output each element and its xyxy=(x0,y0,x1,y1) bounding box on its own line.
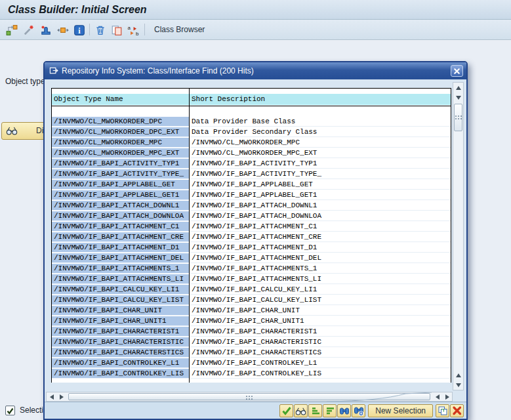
vertical-scrollbar-thumb[interactable] xyxy=(454,104,462,131)
short-description-cell[interactable]: /INVMWO/IF_BAPI_CONTROLKEY_L1 xyxy=(190,358,451,368)
selection-checkbox[interactable] xyxy=(5,406,15,415)
table-row[interactable]: /INVMWO/IF_BAPI_ATTACHMENT_DEL/INVMWO/IF… xyxy=(52,253,451,264)
find-icon[interactable] xyxy=(337,404,351,417)
object-type-cell[interactable]: /INVMWO/IF_BAPI_CHAR_UNIT xyxy=(52,306,189,316)
short-description-cell[interactable]: /INVMWO/IF_BAPI_ATTACHMENTS_LI xyxy=(190,274,451,284)
table-row[interactable]: /INVMWO/CL_MWORKORDER_DPCData Provider B… xyxy=(52,117,451,127)
short-description-cell[interactable]: /INVMWO/CL_MWORKORDER_MPC xyxy=(190,138,451,148)
scroll-down-icon[interactable] xyxy=(454,381,462,389)
table-row[interactable]: /INVMWO/CL_MWORKORDER_MPC_EXT/INVMWO/CL_… xyxy=(52,148,451,159)
table-row[interactable]: /INVMWO/IF_BAPI_ATTACHMENT_CRE/INVMWO/IF… xyxy=(52,232,451,243)
short-description-cell[interactable]: /INVMWO/IF_BAPI_CHARACTERSTICS xyxy=(190,348,451,358)
object-type-cell[interactable]: /INVMWO/IF_BAPI_CALCU_KEY_LI1 xyxy=(52,285,189,295)
delete-icon[interactable] xyxy=(93,23,107,37)
object-type-cell[interactable]: /INVMWO/CL_MWORKORDER_DPC_EXT xyxy=(52,127,189,137)
object-type-cell[interactable]: /INVMWO/CL_MWORKORDER_MPC_EXT xyxy=(52,148,189,158)
object-type-cell[interactable]: /INVMWO/IF_BAPI_ATTACHMENTS_LI xyxy=(52,274,189,284)
object-type-cell[interactable]: /INVMWO/IF_BAPI_CHARACTERSTICS xyxy=(52,348,189,358)
short-description-cell[interactable]: /INVMWO/IF_BAPI_ACTIVITY_TYPE_ xyxy=(190,169,451,179)
object-type-cell[interactable]: /INVMWO/CL_MWORKORDER_DPC xyxy=(52,117,189,127)
where-used-icon[interactable] xyxy=(56,23,70,37)
scroll-up-icon[interactable] xyxy=(454,83,462,92)
hierarchy-icon[interactable] xyxy=(5,23,18,37)
wizard-icon[interactable] xyxy=(22,23,35,37)
table-row[interactable]: /INVMWO/IF_BAPI_CONTROLKEY_L1/INVMWO/IF_… xyxy=(52,358,451,369)
short-description-cell[interactable]: /INVMWO/IF_BAPI_ATTACHMENT_C1 xyxy=(190,222,451,232)
short-description-cell[interactable]: /INVMWO/IF_BAPI_ATTACH_DOWNLOA xyxy=(190,211,451,221)
short-description-cell[interactable]: /INVMWO/IF_BAPI_ATTACHMENT_D1 xyxy=(190,243,451,253)
scroll-down-icon[interactable] xyxy=(454,93,462,102)
short-description-cell[interactable]: /INVMWO/IF_BAPI_ATTACH_DOWNL1 xyxy=(190,201,451,211)
scroll-left-icon[interactable] xyxy=(47,392,56,401)
table-row[interactable]: /INVMWO/CL_MWORKORDER_DPC_EXTData Provid… xyxy=(52,127,451,138)
object-type-cell[interactable]: /INVMWO/CL_MWORKORDER_MPC xyxy=(52,138,189,148)
scroll-up-icon[interactable] xyxy=(454,371,462,379)
object-type-cell[interactable]: /INVMWO/IF_BAPI_ACTIVITY_TYP1 xyxy=(52,159,189,169)
short-description-cell[interactable]: /INVMWO/IF_BAPI_CALCU_KEY_LIST xyxy=(190,295,451,305)
table-row[interactable]: /INVMWO/IF_BAPI_ATTACHMENT_C1/INVMWO/IF_… xyxy=(52,222,451,232)
table-row[interactable]: /INVMWO/IF_BAPI_ATTACHMENTS_1/INVMWO/IF_… xyxy=(52,264,451,274)
short-description-cell[interactable]: /INVMWO/IF_BAPI_CHARACTERISTIC xyxy=(190,337,451,347)
short-description-cell[interactable]: /INVMWO/IF_BAPI_ATTACHMENT_CRE xyxy=(190,232,451,242)
object-type-cell[interactable]: /INVMWO/IF_BAPI_ATTACHMENT_C1 xyxy=(52,222,189,232)
sort-ascending-icon[interactable] xyxy=(308,404,322,417)
short-description-cell[interactable]: /INVMWO/IF_BAPI_CHAR_UNIT1 xyxy=(190,316,451,326)
table-row[interactable]: /INVMWO/IF_BAPI_CHARACTERSTICS/INVMWO/IF… xyxy=(52,348,451,358)
display-icon[interactable] xyxy=(294,404,308,417)
object-type-cell[interactable]: /INVMWO/IF_BAPI_ATTACH_DOWNLOA xyxy=(52,211,189,221)
object-type-cell[interactable]: /INVMWO/IF_BAPI_APPLABEL_GET1 xyxy=(52,190,189,200)
copy-icon[interactable] xyxy=(110,23,123,37)
new-selection-button[interactable]: New Selection xyxy=(368,404,433,417)
find-next-icon[interactable] xyxy=(352,404,365,417)
horizontal-scrollbar[interactable] xyxy=(46,392,453,402)
copy-icon[interactable] xyxy=(436,404,449,417)
table-row[interactable]: /INVMWO/IF_BAPI_ATTACH_DOWNLOA/INVMWO/IF… xyxy=(52,211,451,222)
object-type-cell[interactable]: /INVMWO/IF_BAPI_ATTACH_DOWNL1 xyxy=(52,201,189,211)
short-description-cell[interactable]: /INVMWO/CL_MWORKORDER_MPC_EXT xyxy=(190,148,451,158)
horizontal-scrollbar-thumb[interactable] xyxy=(68,393,430,400)
short-description-cell[interactable]: /INVMWO/IF_BAPI_APPLABEL_GET xyxy=(190,180,451,190)
table-row[interactable]: /INVMWO/IF_BAPI_CONTROLKEY_LIS/INVMWO/IF… xyxy=(52,369,451,379)
object-type-cell[interactable]: /INVMWO/IF_BAPI_APPLABEL_GET xyxy=(52,180,189,190)
object-type-cell[interactable]: /INVMWO/IF_BAPI_ATTACHMENT_D1 xyxy=(52,243,189,253)
rename-icon[interactable]: ab xyxy=(126,23,140,37)
short-description-cell[interactable]: /INVMWO/IF_BAPI_CHAR_UNIT xyxy=(190,306,451,316)
object-type-cell[interactable]: /INVMWO/IF_BAPI_ACTIVITY_TYPE_ xyxy=(52,169,189,179)
scroll-right-icon[interactable] xyxy=(443,392,451,401)
class-browser-button[interactable]: Class Browser xyxy=(150,22,209,37)
object-type-cell[interactable]: /INVMWO/IF_BAPI_CALCU_KEY_LIST xyxy=(52,295,189,305)
table-row[interactable]: /INVMWO/IF_BAPI_APPLABEL_GET/INVMWO/IF_B… xyxy=(52,180,451,190)
table-row[interactable]: /INVMWO/IF_BAPI_CALCU_KEY_LI1/INVMWO/IF_… xyxy=(52,285,451,295)
object-type-cell[interactable]: /INVMWO/IF_BAPI_ATTACHMENTS_1 xyxy=(52,264,189,274)
info-icon[interactable]: i xyxy=(72,23,86,37)
test-tool-icon[interactable] xyxy=(39,23,52,37)
short-description-cell[interactable]: /INVMWO/IF_BAPI_ACTIVITY_TYP1 xyxy=(190,159,451,169)
object-type-cell[interactable]: /INVMWO/IF_BAPI_ATTACHMENT_DEL xyxy=(52,253,189,263)
object-type-cell[interactable]: /INVMWO/IF_BAPI_ATTACHMENT_CRE xyxy=(52,232,189,242)
short-description-cell[interactable]: /INVMWO/IF_BAPI_ATTACHMENT_DEL xyxy=(190,253,451,263)
object-type-cell[interactable]: /INVMWO/IF_BAPI_CONTROLKEY_L1 xyxy=(52,358,189,368)
table-row[interactable]: /INVMWO/IF_BAPI_ATTACHMENT_D1/INVMWO/IF_… xyxy=(52,243,451,253)
table-row[interactable]: /INVMWO/IF_BAPI_ATTACHMENTS_LI/INVMWO/IF… xyxy=(52,274,451,285)
scroll-right-icon[interactable] xyxy=(57,392,66,401)
cancel-icon[interactable] xyxy=(450,404,464,417)
close-icon[interactable] xyxy=(451,65,463,77)
table-row[interactable]: /INVMWO/IF_BAPI_ATTACH_DOWNL1/INVMWO/IF_… xyxy=(52,201,451,211)
short-description-cell[interactable]: Data Provider Base Class xyxy=(190,117,451,127)
table-row[interactable]: /INVMWO/CL_MWORKORDER_MPC/INVMWO/CL_MWOR… xyxy=(52,138,451,148)
dialog-title-bar[interactable]: Repository Info System: Class/Interface … xyxy=(45,62,466,79)
vertical-scrollbar[interactable] xyxy=(453,82,464,390)
table-row[interactable]: /INVMWO/IF_BAPI_CHAR_UNIT1/INVMWO/IF_BAP… xyxy=(52,316,451,327)
continue-icon[interactable] xyxy=(279,404,293,417)
scroll-left-icon[interactable] xyxy=(433,392,441,401)
table-row[interactable]: /INVMWO/IF_BAPI_APPLABEL_GET1/INVMWO/IF_… xyxy=(52,190,451,201)
short-description-cell[interactable]: /INVMWO/IF_BAPI_ATTACHMENTS_1 xyxy=(190,264,451,274)
short-description-cell[interactable]: /INVMWO/IF_BAPI_CONTROLKEY_LIS xyxy=(190,369,451,379)
short-description-cell[interactable]: /INVMWO/IF_BAPI_CHARACTERIST1 xyxy=(190,327,451,337)
short-description-cell[interactable]: /INVMWO/IF_BAPI_CALCU_KEY_LI1 xyxy=(190,285,451,295)
table-row[interactable]: /INVMWO/IF_BAPI_CHAR_UNIT/INVMWO/IF_BAPI… xyxy=(52,306,451,316)
short-description-cell[interactable]: Data Provider Secondary Class xyxy=(190,127,451,137)
object-type-cell[interactable]: /INVMWO/IF_BAPI_CHAR_UNIT1 xyxy=(52,316,189,326)
table-row[interactable]: /INVMWO/IF_BAPI_CHARACTERIST1/INVMWO/IF_… xyxy=(52,327,451,337)
column-header-object-type-name[interactable]: Object Type Name xyxy=(52,94,189,105)
